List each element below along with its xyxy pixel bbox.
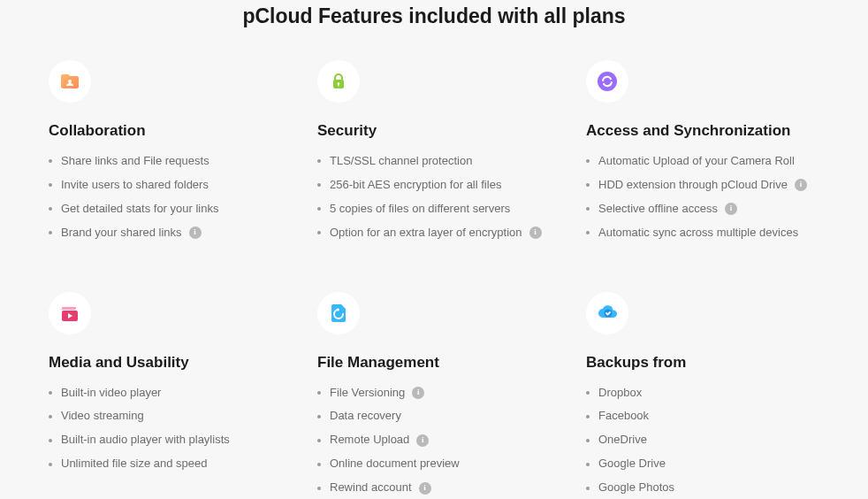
feature-title: Collaboration — [49, 122, 282, 140]
list-item: Built-in video player — [49, 386, 282, 401]
list-item: OneDrive — [586, 433, 819, 448]
restore-icon — [317, 292, 360, 334]
info-icon[interactable]: i — [416, 434, 429, 447]
list-item: HDD extension through pCloud Drivei — [586, 178, 819, 193]
list-item: Rewind accounti — [317, 480, 551, 495]
svg-point-0 — [68, 80, 72, 83]
feature-title: File Management — [317, 354, 551, 372]
list-item: Video streaming — [49, 409, 282, 424]
info-icon[interactable]: i — [419, 482, 431, 495]
list-item: TLS/SSL channel protection — [317, 154, 551, 169]
feature-security: Security TLS/SSL channel protection 256-… — [317, 60, 551, 250]
list-item: 5 copies of files on different servers — [317, 202, 551, 217]
page-title: pCloud Features included with all plans — [49, 4, 819, 28]
lock-icon — [317, 60, 360, 103]
list-item: Selective offline accessi — [586, 202, 819, 217]
list-item: Dropbox — [586, 386, 819, 401]
list-item: Google Drive — [586, 457, 819, 472]
feature-list: TLS/SSL channel protection 256-bit AES e… — [317, 154, 551, 250]
info-icon[interactable]: i — [725, 203, 737, 215]
feature-list: Dropbox Facebook OneDrive Google Drive G… — [586, 386, 819, 499]
list-item: Google Photos — [586, 480, 819, 495]
list-item: Get detailed stats for your links — [49, 202, 282, 217]
feature-title: Media and Usability — [49, 354, 282, 372]
folder-user-icon — [49, 60, 91, 103]
feature-title: Access and Synchronization — [586, 122, 819, 140]
info-icon[interactable]: i — [412, 387, 424, 399]
list-item: Unlimited file size and speed — [49, 457, 282, 472]
feature-title: Security — [317, 122, 551, 140]
info-icon[interactable]: i — [529, 226, 542, 239]
feature-list: Built-in video player Video streaming Bu… — [49, 386, 282, 481]
cloud-check-icon — [586, 292, 628, 334]
feature-list: Automatic Upload of your Camera Roll HDD… — [586, 154, 819, 250]
list-item: File Versioningi — [317, 386, 551, 401]
list-item: 256-bit AES encryption for all files — [317, 178, 551, 193]
svg-rect-3 — [338, 84, 339, 87]
list-item: Share links and File requests — [49, 154, 282, 169]
list-item: Automatic sync across multiple devices — [586, 226, 819, 241]
play-icon — [49, 292, 91, 334]
sync-icon — [586, 60, 628, 103]
feature-media-usability: Media and Usability Built-in video playe… — [49, 292, 282, 499]
feature-backups: Backups from Dropbox Facebook OneDrive G… — [586, 292, 819, 499]
info-icon[interactable]: i — [189, 226, 202, 239]
list-item: Online document preview — [317, 457, 551, 472]
list-item: Option for an extra layer of encryptioni — [317, 226, 551, 241]
features-grid: Collaboration Share links and File reque… — [49, 60, 819, 499]
list-item: Data recovery — [317, 409, 551, 424]
list-item: Brand your shared linksi — [49, 226, 282, 241]
info-icon[interactable]: i — [795, 179, 807, 191]
list-item: Built-in audio player with playlists — [49, 433, 282, 448]
feature-list: File Versioningi Data recovery Remote Up… — [317, 386, 551, 499]
list-item: Invite users to shared folders — [49, 178, 282, 193]
svg-point-4 — [598, 72, 617, 91]
list-item: Automatic Upload of your Camera Roll — [586, 154, 819, 169]
feature-file-management: File Management File Versioningi Data re… — [317, 292, 551, 499]
feature-title: Backups from — [586, 354, 819, 372]
list-item: Remote Uploadi — [317, 433, 551, 448]
feature-collaboration: Collaboration Share links and File reque… — [49, 60, 282, 250]
list-item: Facebook — [586, 409, 819, 424]
feature-list: Share links and File requests Invite use… — [49, 154, 282, 250]
feature-access-sync: Access and Synchronization Automatic Upl… — [586, 60, 819, 250]
svg-rect-5 — [62, 307, 76, 310]
